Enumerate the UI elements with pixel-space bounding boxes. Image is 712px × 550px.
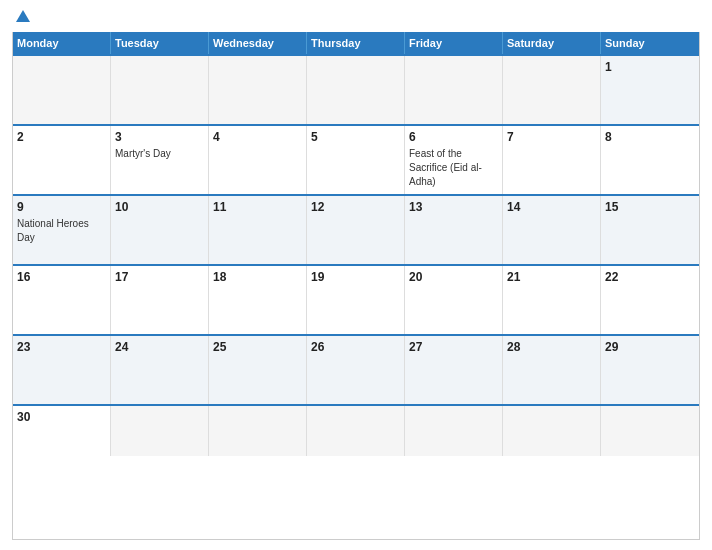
col-friday: Friday xyxy=(405,32,503,54)
week-row-4: 23242526272829 xyxy=(13,334,699,404)
cal-cell: 13 xyxy=(405,196,503,264)
day-number: 5 xyxy=(311,130,400,144)
week-row-2: 9National Heroes Day101112131415 xyxy=(13,194,699,264)
cal-cell: 30 xyxy=(13,406,111,456)
cal-cell xyxy=(307,406,405,456)
day-number: 2 xyxy=(17,130,106,144)
day-number: 20 xyxy=(409,270,498,284)
cal-cell: 26 xyxy=(307,336,405,404)
cal-cell xyxy=(503,406,601,456)
day-number: 14 xyxy=(507,200,596,214)
cal-cell: 4 xyxy=(209,126,307,194)
day-number: 3 xyxy=(115,130,204,144)
col-tuesday: Tuesday xyxy=(111,32,209,54)
cal-cell xyxy=(209,56,307,124)
day-number: 6 xyxy=(409,130,498,144)
day-number: 15 xyxy=(605,200,695,214)
day-number: 17 xyxy=(115,270,204,284)
cal-cell: 10 xyxy=(111,196,209,264)
week-row-1: 23Martyr's Day456Feast of the Sacrifice … xyxy=(13,124,699,194)
cal-cell xyxy=(307,56,405,124)
cal-cell xyxy=(111,56,209,124)
day-number: 8 xyxy=(605,130,695,144)
cal-cell: 14 xyxy=(503,196,601,264)
cal-cell: 17 xyxy=(111,266,209,334)
cal-cell xyxy=(405,56,503,124)
day-number: 26 xyxy=(311,340,400,354)
day-number: 27 xyxy=(409,340,498,354)
cal-cell: 25 xyxy=(209,336,307,404)
logo-triangle-icon xyxy=(16,10,30,22)
cal-cell: 16 xyxy=(13,266,111,334)
cal-cell xyxy=(13,56,111,124)
cal-cell: 24 xyxy=(111,336,209,404)
cal-cell: 28 xyxy=(503,336,601,404)
week-row-5: 30 xyxy=(13,404,699,456)
day-number: 22 xyxy=(605,270,695,284)
col-saturday: Saturday xyxy=(503,32,601,54)
event-label: Martyr's Day xyxy=(115,148,171,159)
day-number: 12 xyxy=(311,200,400,214)
cal-cell: 23 xyxy=(13,336,111,404)
cal-cell: 3Martyr's Day xyxy=(111,126,209,194)
cal-cell: 2 xyxy=(13,126,111,194)
header xyxy=(12,10,700,24)
cal-cell: 5 xyxy=(307,126,405,194)
calendar-body: 123Martyr's Day456Feast of the Sacrifice… xyxy=(13,54,699,456)
day-number: 25 xyxy=(213,340,302,354)
day-number: 11 xyxy=(213,200,302,214)
cal-cell: 20 xyxy=(405,266,503,334)
day-number: 4 xyxy=(213,130,302,144)
logo xyxy=(12,10,32,24)
page: Monday Tuesday Wednesday Thursday Friday… xyxy=(0,0,712,550)
cal-cell: 15 xyxy=(601,196,699,264)
cal-cell: 22 xyxy=(601,266,699,334)
cal-cell xyxy=(209,406,307,456)
day-number: 19 xyxy=(311,270,400,284)
cal-cell: 21 xyxy=(503,266,601,334)
day-number: 30 xyxy=(17,410,106,424)
day-number: 24 xyxy=(115,340,204,354)
col-sunday: Sunday xyxy=(601,32,699,54)
col-wednesday: Wednesday xyxy=(209,32,307,54)
calendar-header: Monday Tuesday Wednesday Thursday Friday… xyxy=(13,32,699,54)
day-number: 9 xyxy=(17,200,106,214)
cal-cell: 12 xyxy=(307,196,405,264)
week-row-3: 16171819202122 xyxy=(13,264,699,334)
day-number: 29 xyxy=(605,340,695,354)
day-number: 18 xyxy=(213,270,302,284)
cal-cell: 11 xyxy=(209,196,307,264)
cal-cell: 7 xyxy=(503,126,601,194)
cal-cell: 27 xyxy=(405,336,503,404)
day-number: 28 xyxy=(507,340,596,354)
cal-cell xyxy=(503,56,601,124)
day-number: 7 xyxy=(507,130,596,144)
cal-cell xyxy=(405,406,503,456)
calendar: Monday Tuesday Wednesday Thursday Friday… xyxy=(12,32,700,540)
day-number: 13 xyxy=(409,200,498,214)
cal-cell: 19 xyxy=(307,266,405,334)
col-monday: Monday xyxy=(13,32,111,54)
cal-cell xyxy=(601,406,699,456)
cal-cell: 18 xyxy=(209,266,307,334)
day-number: 23 xyxy=(17,340,106,354)
cal-cell: 1 xyxy=(601,56,699,124)
event-label: Feast of the Sacrifice (Eid al-Adha) xyxy=(409,148,482,187)
day-number: 21 xyxy=(507,270,596,284)
day-number: 10 xyxy=(115,200,204,214)
cal-cell: 9National Heroes Day xyxy=(13,196,111,264)
col-thursday: Thursday xyxy=(307,32,405,54)
cal-cell xyxy=(111,406,209,456)
cal-cell: 8 xyxy=(601,126,699,194)
event-label: National Heroes Day xyxy=(17,218,89,243)
cal-cell: 29 xyxy=(601,336,699,404)
day-number: 16 xyxy=(17,270,106,284)
day-number: 1 xyxy=(605,60,695,74)
week-row-0: 1 xyxy=(13,54,699,124)
cal-cell: 6Feast of the Sacrifice (Eid al-Adha) xyxy=(405,126,503,194)
